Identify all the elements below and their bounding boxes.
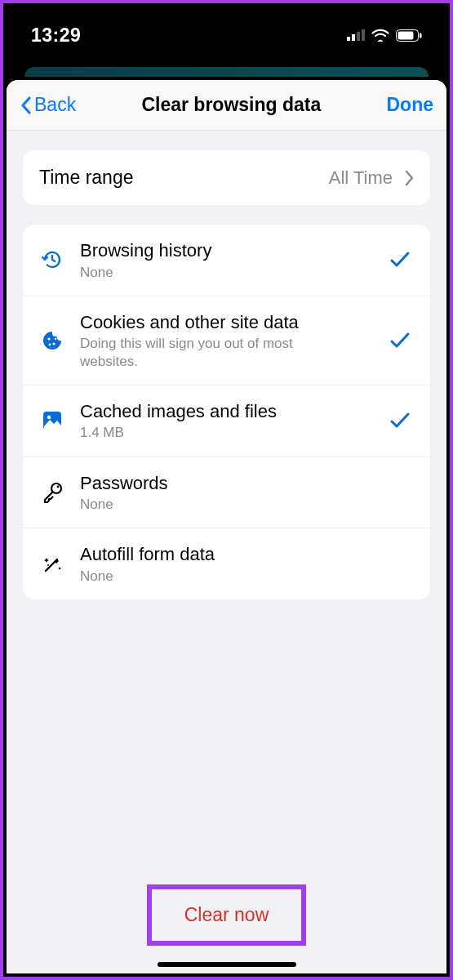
chevron-left-icon [20, 96, 33, 115]
item-sub: Doing this will sign you out of most web… [80, 335, 325, 370]
item-title: Cookies and other site data [80, 311, 375, 334]
svg-point-8 [52, 342, 55, 345]
svg-point-14 [57, 485, 60, 488]
key-icon [39, 481, 65, 504]
item-sub: None [80, 496, 325, 513]
item-browsing-history[interactable]: Browsing history None [23, 225, 430, 296]
svg-rect-6 [420, 33, 422, 38]
chevron-right-icon [404, 170, 414, 186]
cookie-icon [39, 329, 65, 352]
item-autofill[interactable]: Autofill form data None [23, 528, 430, 599]
item-title: Cached images and files [80, 400, 375, 423]
svg-rect-0 [347, 37, 350, 41]
svg-point-10 [55, 338, 56, 340]
svg-rect-1 [352, 34, 355, 41]
image-icon [39, 410, 65, 431]
settings-sheet: Back Clear browsing data Done Time range… [7, 80, 446, 973]
svg-point-9 [49, 343, 51, 345]
checkmark-icon [389, 412, 414, 430]
status-bar: 13:29 [3, 3, 450, 67]
time-range-value: All Time [329, 167, 393, 189]
home-indicator [158, 962, 296, 967]
back-label: Back [34, 94, 76, 116]
wand-icon [39, 553, 65, 576]
svg-rect-3 [362, 29, 365, 41]
annotation-highlight: Clear now [147, 884, 307, 946]
nav-bar: Back Clear browsing data Done [7, 80, 446, 131]
clear-now-button[interactable]: Clear now [160, 893, 294, 938]
svg-point-15 [59, 567, 61, 569]
status-icons [347, 29, 422, 42]
item-cached[interactable]: Cached images and files 1.4 MB [23, 385, 430, 457]
wifi-icon [371, 29, 389, 42]
svg-rect-5 [398, 31, 414, 39]
item-sub: 1.4 MB [80, 424, 325, 441]
svg-point-7 [47, 337, 50, 340]
data-types-card: Browsing history None Cookies and other … [23, 225, 430, 599]
svg-point-16 [47, 564, 49, 566]
item-sub: None [80, 568, 325, 585]
page-title: Clear browsing data [141, 94, 321, 116]
back-button[interactable]: Back [20, 94, 76, 116]
history-icon [39, 248, 65, 271]
time-range-row[interactable]: Time range All Time [23, 150, 430, 205]
item-title: Browsing history [80, 239, 375, 262]
checkmark-icon [389, 332, 414, 350]
time-range-label: Time range [39, 167, 329, 189]
battery-icon [396, 29, 422, 42]
time-range-card: Time range All Time [23, 150, 430, 205]
item-cookies[interactable]: Cookies and other site data Doing this w… [23, 296, 430, 385]
item-passwords[interactable]: Passwords None [23, 457, 430, 528]
svg-rect-2 [357, 32, 360, 41]
svg-point-12 [47, 416, 51, 419]
item-sub: None [80, 264, 325, 281]
done-button[interactable]: Done [387, 94, 434, 116]
background-sheet-strip [24, 67, 429, 77]
checkmark-icon [389, 251, 414, 269]
status-time: 13:29 [31, 24, 81, 47]
item-title: Passwords [80, 472, 375, 495]
cellular-icon [347, 29, 365, 41]
item-title: Autofill form data [80, 543, 375, 566]
